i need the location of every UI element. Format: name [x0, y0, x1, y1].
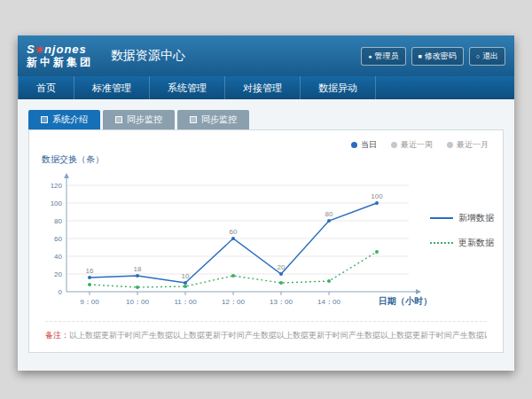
svg-text:9：00: 9：00: [80, 298, 99, 306]
solid-line-icon: [430, 217, 453, 219]
brand-star-icon: ✳: [35, 44, 44, 55]
tab-label: 同步监控: [127, 113, 162, 126]
change-password-button[interactable]: ■ 修改密码: [411, 47, 464, 66]
nav-item-system-mgmt[interactable]: 系统管理: [150, 76, 225, 99]
svg-text:10：00: 10：00: [126, 298, 149, 306]
desktop-background: S✳njones 新中新集团 数据资源中心 ● 管理员 ■ 修改密码 ○ 退出: [0, 0, 532, 399]
svg-text:16: 16: [86, 267, 94, 275]
svg-text:120: 120: [51, 182, 63, 190]
tab-label: 同步监控: [201, 113, 237, 126]
tab-icon: [190, 116, 197, 123]
legend-item-new-data: 新增数据: [430, 212, 494, 224]
main-nav: 首页 标准管理 系统管理 对接管理 数据异动: [18, 76, 514, 99]
filter-last-week-label: 最近一周: [401, 139, 433, 151]
svg-text:11：00: 11：00: [174, 298, 197, 306]
legend-item-updated-data: 更新数据: [430, 237, 494, 249]
svg-text:60: 60: [54, 235, 62, 243]
chart-container: 0204060801001209：0010：0011：0012：0013：001…: [36, 168, 435, 326]
app-window: S✳njones 新中新集团 数据资源中心 ● 管理员 ■ 修改密码 ○ 退出: [18, 35, 514, 371]
tab-sync-monitor-2[interactable]: 同步监控: [177, 110, 249, 129]
svg-text:60: 60: [230, 228, 238, 236]
svg-text:20: 20: [278, 263, 286, 271]
nav-item-standard-mgmt[interactable]: 标准管理: [74, 76, 150, 99]
svg-text:40: 40: [54, 253, 62, 261]
admin-button-label: 管理员: [375, 51, 399, 62]
svg-text:80: 80: [325, 210, 333, 218]
top-bar: S✳njones 新中新集团 数据资源中心 ● 管理员 ■ 修改密码 ○ 退出: [18, 35, 514, 76]
power-icon: ○: [476, 53, 480, 59]
filter-today[interactable]: 当日: [351, 139, 377, 151]
filter-last-week[interactable]: 最近一周: [391, 139, 433, 151]
legend-updated-data-label: 更新数据: [458, 237, 494, 249]
admin-button[interactable]: ● 管理员: [361, 47, 405, 66]
tab-system-intro[interactable]: 系统介绍: [28, 110, 100, 129]
nav-item-home[interactable]: 首页: [18, 76, 74, 99]
svg-text:10: 10: [182, 272, 190, 280]
tab-sync-monitor-1[interactable]: 同步监控: [103, 110, 175, 129]
chart-panel: 当日 最近一周 最近一月 数据交换（条） 0204060801001209：00…: [28, 129, 504, 353]
svg-text:13：00: 13：00: [270, 298, 293, 306]
line-chart: 0204060801001209：0010：0011：0012：0013：001…: [36, 168, 435, 323]
legend-new-data-label: 新增数据: [458, 212, 494, 224]
brand-letter: S: [27, 43, 35, 56]
lock-icon: ■: [419, 53, 422, 59]
logout-label: 退出: [482, 51, 498, 62]
legend-dot-icon: [351, 142, 357, 148]
legend-dot-icon: [391, 142, 397, 148]
chart-y-axis-label: 数据交换（条）: [42, 153, 104, 166]
chart-x-axis-label: 日期（小时）: [379, 295, 432, 308]
legend-dot-icon: [447, 142, 453, 148]
filter-today-label: 当日: [361, 139, 377, 151]
nav-item-data-change[interactable]: 数据异动: [301, 76, 376, 99]
svg-text:18: 18: [134, 265, 142, 273]
svg-text:12：00: 12：00: [222, 298, 245, 306]
filter-last-month-label: 最近一月: [457, 139, 489, 151]
footnote-label: 备注：: [45, 331, 69, 340]
page-title: 数据资源中心: [111, 48, 185, 64]
footnote-text: 以上数据更新于时间产生数据以上数据更新于时间产生数据以上数据更新于时间产生数据以…: [69, 331, 487, 340]
tab-label: 系统介绍: [52, 113, 88, 126]
svg-text:80: 80: [54, 217, 62, 225]
svg-text:14：00: 14：00: [317, 298, 340, 306]
brand-logo: S✳njones 新中新集团: [27, 43, 93, 67]
brand-subtitle: 新中新集团: [27, 57, 93, 68]
dotted-line-icon: [430, 242, 453, 244]
period-filter: 当日 最近一周 最近一月: [351, 139, 489, 151]
logout-button[interactable]: ○ 退出: [469, 47, 505, 66]
svg-text:100: 100: [51, 200, 63, 207]
footnote: 备注：以上数据更新于时间产生数据以上数据更新于时间产生数据以上数据更新于时间产生…: [45, 321, 487, 341]
svg-text:0: 0: [59, 288, 63, 296]
svg-text:100: 100: [371, 192, 383, 200]
user-actions: ● 管理员 ■ 修改密码 ○ 退出: [361, 47, 505, 66]
nav-item-interface-mgmt[interactable]: 对接管理: [225, 76, 301, 99]
user-icon: ●: [368, 53, 372, 59]
brand-letters: njones: [44, 43, 87, 56]
change-password-label: 修改密码: [425, 51, 457, 62]
brand-wordmark: S✳njones: [27, 43, 93, 56]
tab-icon: [41, 116, 48, 123]
tab-icon: [115, 116, 122, 123]
svg-text:20: 20: [54, 270, 62, 278]
tab-bar: 系统介绍 同步监控 同步监控: [28, 110, 504, 129]
series-legend: 新增数据 更新数据: [430, 212, 494, 249]
content-area: 系统介绍 同步监控 同步监控 当日: [18, 99, 514, 371]
filter-last-month[interactable]: 最近一月: [447, 139, 489, 151]
